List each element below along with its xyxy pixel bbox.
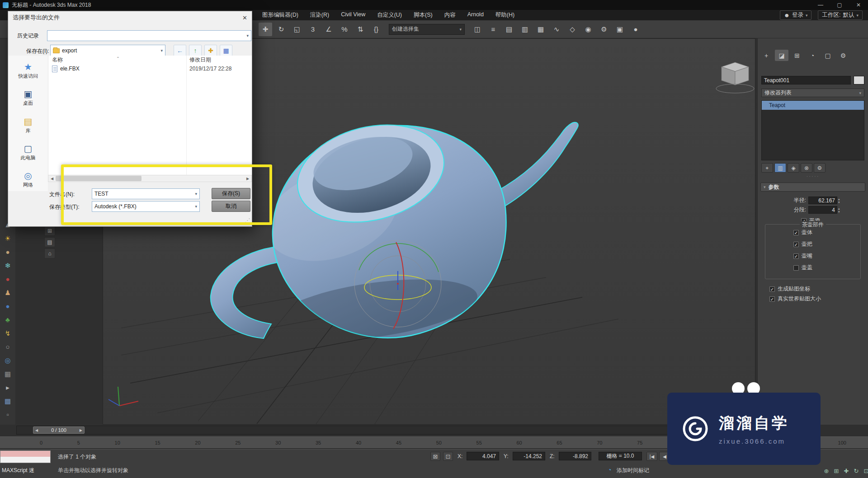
absolute-mode-icon[interactable]: ⊡ — [443, 452, 453, 461]
pan-icon[interactable]: ✚ — [842, 466, 851, 475]
make-unique-icon[interactable]: ◈ — [788, 163, 799, 173]
minimize-button[interactable]: — — [811, 0, 830, 10]
spinner-snap-button[interactable]: ⇅ — [354, 23, 367, 36]
render-production-button[interactable]: ● — [629, 23, 642, 36]
history-combo[interactable]: ▾ — [47, 30, 251, 41]
curve-editor-button[interactable]: ∿ — [550, 23, 563, 36]
grid-tool-icon[interactable]: ⊞ — [44, 226, 55, 236]
maxscript-mini-listener[interactable] — [0, 450, 51, 463]
part-checkbox[interactable]: ✓ — [793, 230, 799, 235]
tab-display[interactable]: ▢ — [821, 50, 835, 61]
teapot-model[interactable] — [211, 110, 578, 351]
small-slot-icon[interactable]: ▫ — [2, 409, 14, 420]
tan-sphere-icon[interactable]: ● — [2, 246, 14, 258]
menu-item[interactable]: 帮助(H) — [495, 11, 514, 19]
plant-icon[interactable]: ♣ — [2, 314, 14, 325]
radius-spinner[interactable]: ▴▾ — [838, 197, 840, 204]
show-end-result-icon[interactable]: ▥ — [774, 163, 786, 173]
dialog-title-bar[interactable]: 选择要导出的文件 ✕ — [8, 11, 252, 24]
select-and-scale-button[interactable]: ◱ — [290, 23, 304, 36]
gen-uv-checkbox[interactable]: ✓ — [769, 286, 775, 292]
next-frame-arrow-icon[interactable]: ▶ — [80, 428, 82, 432]
segments-field[interactable]: 4 — [808, 206, 837, 214]
y-coordinate-field[interactable]: -14.252 — [513, 452, 545, 460]
menu-item[interactable]: 图形编辑器(D) — [262, 11, 298, 19]
figure-icon[interactable]: ♟ — [2, 287, 14, 298]
part-checkbox[interactable]: ✓ — [793, 242, 799, 247]
ground-plane-icon[interactable]: ▦ — [2, 368, 14, 380]
panel-splitter[interactable]: ∙∙∙∙∙ — [758, 173, 868, 178]
login-menu[interactable]: ☻ 登录 ▾ — [780, 10, 812, 20]
segments-spinner[interactable]: ▴▾ — [838, 207, 840, 213]
bolt-icon[interactable]: ↯ — [2, 328, 14, 339]
rendered-frame-window-button[interactable]: ▣ — [613, 23, 627, 36]
orbit-icon[interactable]: ↻ — [852, 466, 861, 475]
object-name-field[interactable]: Teapot001 — [761, 76, 851, 84]
tab-modify[interactable]: ◪ — [775, 50, 788, 61]
schematic-view-button[interactable]: ◇ — [566, 23, 579, 36]
list-tool-icon[interactable]: ▤ — [44, 237, 55, 247]
menu-item[interactable]: 内容 — [444, 11, 456, 19]
blue-sphere-icon[interactable]: ● — [2, 300, 14, 312]
file-row[interactable]: ele.FBX 2019/12/17 22:28 — [48, 65, 252, 73]
remove-modifier-icon[interactable]: ⊗ — [801, 163, 812, 173]
material-slot-icon[interactable]: ▩ — [2, 395, 14, 407]
layer-explorer-button[interactable]: ▥ — [518, 23, 532, 36]
gray-ball-icon[interactable]: ○ — [2, 341, 14, 352]
column-header-name[interactable]: 名称 ˆ — [52, 56, 119, 64]
render-setup-button[interactable]: ⚙ — [597, 23, 611, 36]
percent-snap-button[interactable]: % — [338, 23, 351, 36]
maximize-viewport-icon[interactable]: ⊡ — [862, 466, 868, 475]
close-button[interactable]: ✕ — [849, 0, 868, 10]
align-button[interactable]: ≡ — [486, 23, 500, 36]
part-checkbox[interactable]: ✓ — [793, 253, 799, 259]
scroll-left-button[interactable]: ◀ — [48, 175, 56, 182]
add-time-tag[interactable]: 添加时间标记 — [617, 467, 649, 474]
material-editor-button[interactable]: ◉ — [581, 23, 595, 36]
back-icon[interactable]: ← — [174, 45, 186, 56]
x-coordinate-field[interactable]: 4.047 — [467, 452, 499, 460]
mirror-button[interactable]: ◫ — [471, 23, 484, 36]
part-checkbox[interactable] — [793, 265, 799, 271]
column-header-date[interactable]: 修改日期 — [189, 56, 211, 64]
pin-stack-icon[interactable]: ⌖ — [761, 163, 773, 173]
earth-icon[interactable]: ◎ — [2, 355, 14, 366]
menu-item[interactable]: 脚本(S) — [414, 11, 433, 19]
previous-frame-arrow-icon[interactable]: ◀ — [35, 428, 38, 432]
save-in-combo[interactable]: export ▾ — [50, 45, 165, 56]
zoom-icon[interactable]: ⊕ — [822, 466, 831, 475]
parameters-rollout-header[interactable]: ▾ 参数 — [760, 183, 865, 192]
place-this-pc[interactable]: ▢ 此电脑 — [11, 141, 45, 164]
go-to-start-icon[interactable]: |◀ — [646, 452, 657, 461]
angle-snap-button[interactable]: ∠ — [322, 23, 335, 36]
red-sphere-icon[interactable]: ● — [2, 273, 14, 285]
radius-field[interactable]: 62.167 — [808, 197, 837, 204]
edit-named-selection-sets-button[interactable]: {} — [369, 23, 383, 36]
ribbon-button[interactable]: ▦ — [534, 23, 547, 36]
object-color-swatch[interactable] — [854, 76, 864, 84]
snap-toggle-3d-button[interactable]: 3 — [306, 23, 320, 36]
real-world-checkbox[interactable]: ✓ — [769, 296, 775, 302]
maximize-button[interactable]: ▢ — [830, 0, 849, 10]
place-libraries[interactable]: ▤ 库 — [11, 114, 45, 136]
file-list[interactable]: 名称 ˆ 修改日期 ele.FBX 2019/12/17 22:28 — [48, 56, 252, 175]
z-coordinate-field[interactable]: -8.892 — [559, 452, 591, 460]
zoom-extents-icon[interactable]: ⊞ — [832, 466, 841, 475]
select-and-move-button[interactable]: ✚ — [259, 23, 272, 36]
viewcube[interactable] — [716, 62, 754, 93]
place-network[interactable]: ◎ 网络 — [11, 169, 45, 191]
up-one-level-icon[interactable]: ↑ — [189, 45, 202, 56]
place-quick-access[interactable]: ★ 快速访问 — [11, 59, 45, 82]
tab-motion[interactable]: ◔ — [806, 50, 819, 61]
snowflake-icon[interactable]: ❄ — [2, 260, 14, 271]
tab-hierarchy[interactable]: ⊞ — [790, 50, 804, 61]
configure-modifier-sets-icon[interactable]: ⚙ — [814, 163, 826, 173]
view-menu-icon[interactable]: ▦ — [220, 45, 232, 56]
modifier-list-dropdown[interactable]: 修改器列表 ▾ — [761, 89, 864, 97]
sun-icon[interactable]: ☀ — [2, 233, 14, 244]
tab-utilities[interactable]: ⚙ — [836, 50, 850, 61]
dialog-close-button[interactable]: ✕ — [242, 14, 247, 21]
menu-item[interactable]: Civil View — [341, 11, 365, 19]
time-slider-track[interactable]: ◀ 0 / 100 ▶ — [16, 426, 753, 435]
new-folder-icon[interactable]: ✚ — [204, 45, 217, 56]
